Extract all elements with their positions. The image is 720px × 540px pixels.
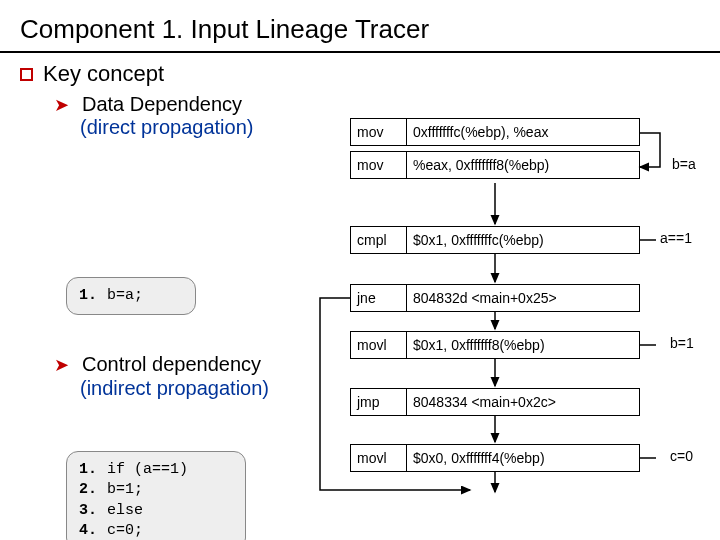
annot-b1: b=1 bbox=[670, 335, 694, 351]
line-number: 2. bbox=[79, 480, 107, 500]
line-text: if (a==1) bbox=[107, 460, 188, 480]
line-text: b=a; bbox=[107, 286, 143, 306]
asm-row: movl $0x0, 0xfffffff4(%ebp) bbox=[350, 444, 640, 472]
arrow-bullet-icon: ➤ bbox=[54, 94, 72, 116]
arrow-bullet-icon: ➤ bbox=[54, 354, 72, 376]
code-line: 1.if (a==1) bbox=[79, 460, 233, 480]
line-number: 4. bbox=[79, 521, 107, 540]
asm-row: jmp 8048334 <main+0x2c> bbox=[350, 388, 640, 416]
asm-op: cmpl bbox=[351, 227, 407, 253]
code-line: 2. b=1; bbox=[79, 480, 233, 500]
line-number: 1. bbox=[79, 460, 107, 480]
asm-op: mov bbox=[351, 152, 407, 178]
code-block-1: 1. b=a; bbox=[66, 277, 196, 315]
asm-arg: $0x1, 0xfffffffc(%ebp) bbox=[407, 227, 639, 253]
asm-arg: 8048334 <main+0x2c> bbox=[407, 389, 639, 415]
annot-ba: b=a bbox=[672, 156, 696, 172]
code-block-2: 1.if (a==1) 2. b=1; 3.else 4. c=0; bbox=[66, 451, 246, 540]
annot-c0: c=0 bbox=[670, 448, 693, 464]
asm-op: jne bbox=[351, 285, 407, 311]
key-concept-row: Key concept bbox=[20, 61, 700, 87]
code-line: 4. c=0; bbox=[79, 521, 233, 540]
line-text: c=0; bbox=[107, 521, 143, 540]
line-number: 3. bbox=[79, 501, 107, 521]
code-line: 3.else bbox=[79, 501, 233, 521]
line-number: 1. bbox=[79, 286, 107, 306]
asm-op: movl bbox=[351, 332, 407, 358]
asm-arg: 0xfffffffc(%ebp), %eax bbox=[407, 119, 639, 145]
page-title: Component 1. Input Lineage Tracer bbox=[0, 0, 720, 53]
square-bullet-icon bbox=[20, 68, 33, 81]
asm-row: cmpl $0x1, 0xfffffffc(%ebp) bbox=[350, 226, 640, 254]
asm-row: mov %eax, 0xfffffff8(%ebp) bbox=[350, 151, 640, 179]
asm-op: jmp bbox=[351, 389, 407, 415]
asm-arg: 804832d <main+0x25> bbox=[407, 285, 639, 311]
control-dependency-label: Control dependency bbox=[82, 353, 261, 376]
asm-arg: %eax, 0xfffffff8(%ebp) bbox=[407, 152, 639, 178]
annot-aeq1: a==1 bbox=[660, 230, 692, 246]
asm-arg: $0x0, 0xfffffff4(%ebp) bbox=[407, 445, 639, 471]
asm-row: jne 804832d <main+0x25> bbox=[350, 284, 640, 312]
key-concept-label: Key concept bbox=[43, 61, 164, 87]
asm-row: mov 0xfffffffc(%ebp), %eax bbox=[350, 118, 640, 146]
asm-op: mov bbox=[351, 119, 407, 145]
line-text: b=1; bbox=[107, 480, 143, 500]
asm-row: movl $0x1, 0xfffffff8(%ebp) bbox=[350, 331, 640, 359]
code-line: 1. b=a; bbox=[79, 286, 183, 306]
asm-arg: $0x1, 0xfffffff8(%ebp) bbox=[407, 332, 639, 358]
line-text: else bbox=[107, 501, 143, 521]
indirect-propagation-label: (indirect propagation) bbox=[80, 377, 269, 400]
asm-op: movl bbox=[351, 445, 407, 471]
control-dependency-block: ➤ Control dependency bbox=[54, 349, 261, 376]
data-dependency-label: Data Dependency bbox=[82, 93, 242, 116]
